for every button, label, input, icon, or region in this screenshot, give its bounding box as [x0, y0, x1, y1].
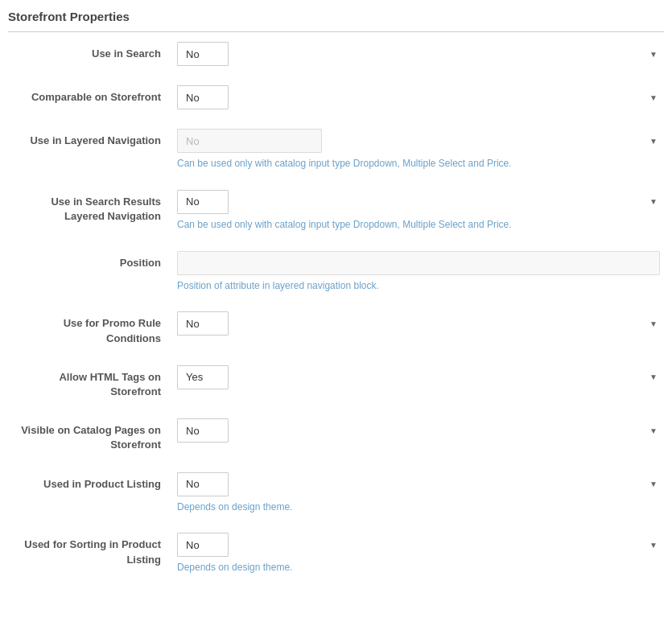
position-field: Position of attribute in layered navigat… — [177, 251, 664, 293]
allow-html-tags-on-storefront-row: Allow HTML Tags on Storefront No Yes ▼ — [8, 356, 664, 409]
position-row: Position Position of attribute in layere… — [8, 241, 664, 303]
used-for-sorting-in-product-listing-select[interactable]: No Yes — [177, 533, 229, 557]
visible-on-catalog-pages-on-storefront-row: Visible on Catalog Pages on Storefront N… — [8, 409, 664, 462]
use-in-layered-navigation-chevron-icon: ▼ — [649, 137, 658, 146]
used-for-sorting-in-product-listing-row: Used for Sorting in Product Listing No Y… — [8, 523, 664, 584]
use-in-layered-navigation-row: Use in Layered Navigation No Yes ▼ Can b… — [8, 119, 664, 180]
use-in-search-chevron-icon: ▼ — [649, 50, 658, 59]
used-for-sorting-in-product-listing-label: Used for Sorting in Product Listing — [8, 533, 177, 566]
visible-on-catalog-pages-on-storefront-select-wrapper[interactable]: No Yes ▼ — [177, 418, 664, 443]
used-in-product-listing-field: No Yes ▼ Depends on design theme. — [177, 472, 664, 514]
position-input[interactable] — [177, 251, 660, 275]
allow-html-tags-on-storefront-chevron-icon: ▼ — [649, 373, 658, 381]
used-in-product-listing-chevron-icon: ▼ — [649, 480, 658, 488]
use-in-search-results-layered-navigation-select[interactable]: No Yes — [177, 190, 229, 214]
visible-on-catalog-pages-on-storefront-chevron-icon: ▼ — [649, 426, 658, 435]
used-for-sorting-in-product-listing-field: No Yes ▼ Depends on design theme. — [177, 533, 664, 574]
use-in-search-row: Use in Search No Yes ▼ — [8, 32, 664, 76]
use-for-promo-rule-conditions-row: Use for Promo Rule Conditions No Yes ▼ — [8, 302, 664, 355]
comparable-on-storefront-select[interactable]: No Yes — [177, 85, 229, 109]
position-hint: Position of attribute in layered navigat… — [177, 279, 664, 293]
use-in-search-results-layered-navigation-row: Use in Search Results Layered Navigation… — [8, 180, 664, 241]
allow-html-tags-on-storefront-select[interactable]: No Yes — [177, 365, 229, 389]
comparable-on-storefront-select-wrapper[interactable]: No Yes ▼ — [177, 85, 664, 109]
section-title: Storefront Properties — [8, 0, 664, 32]
use-in-search-results-layered-navigation-hint: Can be used only with catalog input type… — [177, 218, 664, 232]
visible-on-catalog-pages-on-storefront-label: Visible on Catalog Pages on Storefront — [8, 418, 177, 452]
used-for-sorting-in-product-listing-chevron-icon: ▼ — [649, 541, 658, 550]
used-for-sorting-in-product-listing-select-wrapper[interactable]: No Yes ▼ — [177, 533, 664, 557]
use-for-promo-rule-conditions-field: No Yes ▼ — [177, 311, 664, 336]
use-in-search-select[interactable]: No Yes — [177, 42, 229, 66]
use-in-search-results-layered-navigation-select-wrapper[interactable]: No Yes ▼ — [177, 190, 664, 214]
used-for-sorting-in-product-listing-hint: Depends on design theme. — [177, 561, 664, 574]
use-in-layered-navigation-select[interactable]: No Yes — [177, 129, 322, 153]
use-in-search-results-layered-navigation-chevron-icon: ▼ — [649, 197, 658, 206]
comparable-on-storefront-label: Comparable on Storefront — [8, 85, 177, 105]
used-in-product-listing-label: Used in Product Listing — [8, 472, 177, 492]
use-in-layered-navigation-field: No Yes ▼ Can be used only with catalog i… — [177, 129, 664, 171]
use-in-search-label: Use in Search — [8, 42, 177, 61]
allow-html-tags-on-storefront-label: Allow HTML Tags on Storefront — [8, 365, 177, 399]
visible-on-catalog-pages-on-storefront-select[interactable]: No Yes — [177, 418, 229, 443]
use-for-promo-rule-conditions-chevron-icon: ▼ — [649, 319, 658, 328]
comparable-on-storefront-row: Comparable on Storefront No Yes ▼ — [8, 76, 664, 119]
comparable-on-storefront-field: No Yes ▼ — [177, 85, 664, 109]
allow-html-tags-on-storefront-field: No Yes ▼ — [177, 365, 664, 389]
used-in-product-listing-hint: Depends on design theme. — [177, 500, 664, 514]
use-in-search-select-wrapper[interactable]: No Yes ▼ — [177, 42, 664, 66]
use-in-search-field: No Yes ▼ — [177, 42, 664, 66]
use-for-promo-rule-conditions-select[interactable]: No Yes — [177, 311, 229, 336]
used-in-product-listing-select[interactable]: No Yes — [177, 472, 229, 496]
use-for-promo-rule-conditions-select-wrapper[interactable]: No Yes ▼ — [177, 311, 664, 336]
use-in-search-results-layered-navigation-label: Use in Search Results Layered Navigation — [8, 190, 177, 224]
use-in-layered-navigation-select-wrapper[interactable]: No Yes ▼ — [177, 129, 664, 153]
use-in-layered-navigation-hint: Can be used only with catalog input type… — [177, 157, 664, 171]
used-in-product-listing-row: Used in Product Listing No Yes ▼ Depends… — [8, 463, 664, 524]
use-in-layered-navigation-label: Use in Layered Navigation — [8, 129, 177, 148]
use-in-search-results-layered-navigation-field: No Yes ▼ Can be used only with catalog i… — [177, 190, 664, 232]
comparable-on-storefront-chevron-icon: ▼ — [649, 93, 658, 102]
position-label: Position — [8, 251, 177, 270]
used-in-product-listing-select-wrapper[interactable]: No Yes ▼ — [177, 472, 664, 496]
allow-html-tags-on-storefront-select-wrapper[interactable]: No Yes ▼ — [177, 365, 664, 389]
visible-on-catalog-pages-on-storefront-field: No Yes ▼ — [177, 418, 664, 443]
use-for-promo-rule-conditions-label: Use for Promo Rule Conditions — [8, 311, 177, 345]
